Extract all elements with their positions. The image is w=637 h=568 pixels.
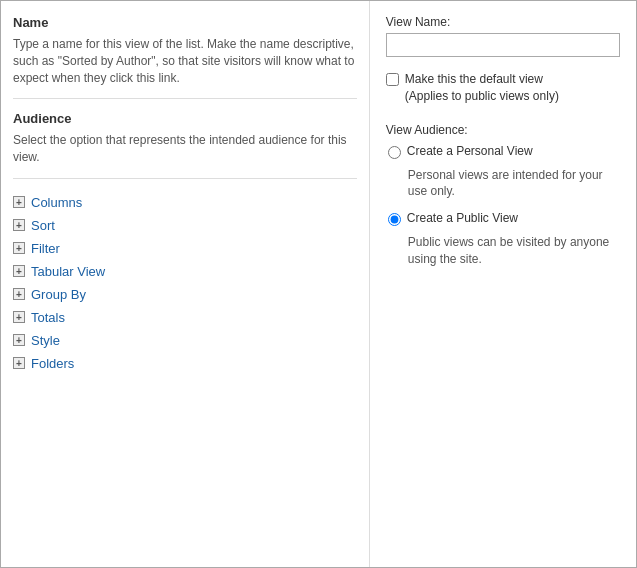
default-view-checkbox[interactable] — [386, 73, 399, 86]
nav-item-totals[interactable]: + Totals — [13, 306, 357, 329]
view-name-label: View Name: — [386, 15, 620, 29]
radio-public-label: Create a Public View — [407, 211, 518, 225]
nav-label-tabular-view: Tabular View — [31, 264, 105, 279]
name-title: Name — [13, 15, 357, 30]
expand-icon-tabular-view: + — [13, 265, 25, 277]
expand-icon-totals: + — [13, 311, 25, 323]
nav-label-group-by: Group By — [31, 287, 86, 302]
expand-icon-sort: + — [13, 219, 25, 231]
default-view-sub: (Applies to public views only) — [405, 89, 559, 103]
audience-section: Audience Select the option that represen… — [13, 111, 357, 166]
left-panel: Name Type a name for this view of the li… — [1, 1, 370, 567]
radio-personal-description: Personal views are intended for your use… — [408, 167, 620, 201]
nav-item-folders[interactable]: + Folders — [13, 352, 357, 375]
nav-item-sort[interactable]: + Sort — [13, 214, 357, 237]
default-view-row: Make this the default view (Applies to p… — [386, 71, 620, 105]
nav-item-filter[interactable]: + Filter — [13, 237, 357, 260]
default-view-label-container: Make this the default view (Applies to p… — [405, 71, 559, 105]
nav-item-columns[interactable]: + Columns — [13, 191, 357, 214]
expand-icon-columns: + — [13, 196, 25, 208]
nav-item-style[interactable]: + Style — [13, 329, 357, 352]
name-section: Name Type a name for this view of the li… — [13, 15, 357, 86]
main-container: Name Type a name for this view of the li… — [0, 0, 637, 568]
radio-public[interactable] — [388, 213, 401, 226]
radio-personal-label: Create a Personal View — [407, 144, 533, 158]
nav-label-totals: Totals — [31, 310, 65, 325]
audience-field-label: View Audience: — [386, 123, 620, 137]
nav-label-folders: Folders — [31, 356, 74, 371]
radio-public-description: Public views can be visited by anyone us… — [408, 234, 620, 268]
nav-item-group-by[interactable]: + Group By — [13, 283, 357, 306]
audience-title: Audience — [13, 111, 357, 126]
radio-row-personal: Create a Personal View — [388, 143, 620, 159]
expand-icon-group-by: + — [13, 288, 25, 300]
nav-label-filter: Filter — [31, 241, 60, 256]
expand-icon-folders: + — [13, 357, 25, 369]
radio-public-text-container: Create a Public View — [407, 210, 518, 225]
divider-2 — [13, 178, 357, 179]
nav-item-tabular-view[interactable]: + Tabular View — [13, 260, 357, 283]
audience-radio-group: Create a Personal View Personal views ar… — [388, 143, 620, 268]
expand-icon-style: + — [13, 334, 25, 346]
view-name-input[interactable] — [386, 33, 620, 57]
divider-1 — [13, 98, 357, 99]
nav-label-columns: Columns — [31, 195, 82, 210]
audience-description: Select the option that represents the in… — [13, 132, 357, 166]
right-panel: View Name: Make this the default view (A… — [370, 1, 636, 567]
radio-row-public: Create a Public View — [388, 210, 620, 226]
default-view-label: Make this the default view — [405, 72, 543, 86]
nav-section: + Columns + Sort + Filter + Tabular View… — [13, 191, 357, 375]
expand-icon-filter: + — [13, 242, 25, 254]
nav-label-sort: Sort — [31, 218, 55, 233]
name-description: Type a name for this view of the list. M… — [13, 36, 357, 86]
nav-label-style: Style — [31, 333, 60, 348]
radio-personal[interactable] — [388, 146, 401, 159]
radio-personal-text-container: Create a Personal View — [407, 143, 533, 158]
